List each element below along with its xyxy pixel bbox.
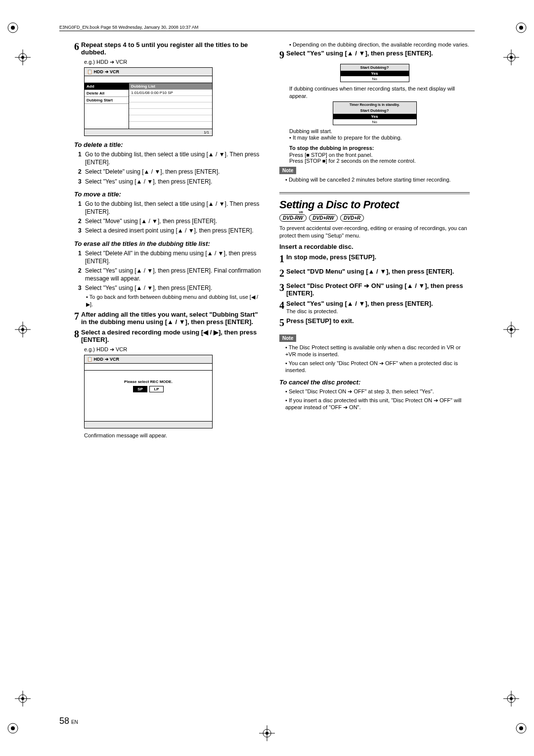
dialog-pretitle: Timer Recording is in standby. [333, 102, 416, 107]
erase-all-heading: To erase all the titles in the dubbing t… [74, 240, 265, 247]
crop-mark-icon [513, 720, 529, 736]
stop-instruction: Press [■ STOP] on the front panel. [289, 152, 470, 158]
menu-dubbing-start[interactable]: Dubbing Start [85, 97, 129, 104]
step-number: 9 [279, 49, 284, 61]
step-number: 4 [279, 300, 284, 314]
step-6: 6 Repeat steps 4 to 5 until you register… [74, 41, 265, 56]
protect-step-4: 4 Select "Yes" using [▲ / ▼], then press… [279, 300, 470, 314]
clipboard-icon: 📋 [87, 69, 92, 74]
crop-mark-icon [5, 720, 21, 736]
list-text: Select "Yes" using [▲ / ▼], then press [… [85, 178, 212, 186]
dubbing-list-row [129, 102, 212, 109]
list-text: Select "Delete" using [▲ / ▼], then pres… [85, 168, 220, 176]
list-text: Go to the dubbing list, then select a ti… [85, 150, 265, 166]
dialog-title: Start Dubbing? [333, 107, 416, 114]
dialog-no[interactable]: No [333, 119, 416, 125]
example-label: e.g.) HDD ➔ VCR [84, 346, 265, 353]
insert-disc-instruction: Insert a recordable disc. [279, 243, 470, 250]
reg-target-icon [15, 49, 31, 65]
list-text: Select "Move" using [▲ / ▼], then press … [85, 217, 217, 225]
svg-point-31 [510, 697, 513, 700]
step-number: 7 [74, 311, 79, 326]
menu-delete-all[interactable]: Delete All [85, 90, 129, 97]
move-title-heading: To move a title: [74, 190, 265, 198]
protect-step-3: 3 Select "Disc Protect OFF ➔ ON" using [… [279, 282, 470, 297]
step-number: 8 [74, 329, 79, 343]
panel-footer: 1/1 [85, 129, 212, 136]
svg-point-19 [21, 328, 24, 331]
protect-step-5: 5 Press [SETUP] to exit. [279, 317, 470, 329]
protect-step-2: 2 Select "DVD Menu" using [▲ / ▼], then … [279, 268, 470, 279]
step-7: 7 After adding all the titles you want, … [74, 311, 265, 326]
svg-point-11 [21, 56, 24, 59]
svg-point-7 [519, 726, 523, 730]
dialog-title: Start Dubbing? [341, 64, 409, 71]
list-num: 3 [78, 178, 85, 186]
right-column: Depending on the dubbing direction, the … [279, 41, 470, 440]
step-text: Press [SETUP] to exit. [286, 317, 354, 325]
prepare-note: It may take awhile to prepare for the du… [289, 134, 470, 141]
clipboard-icon: 📋 [87, 357, 92, 362]
rec-mode-panel: 📋 HDD ➔ VCR Please select REC MODE. SP L… [84, 355, 213, 428]
step-9: 9 Select "Yes" using [▲ / ▼], then press… [279, 49, 470, 61]
svg-point-3 [519, 26, 523, 30]
format-badges: DVD-RW DVD+RW DVD+R [279, 214, 470, 222]
svg-point-35 [266, 732, 268, 735]
reg-target-icon [503, 49, 519, 65]
step-text: In stop mode, press [SETUP]. [286, 253, 376, 261]
step-number: 1 [279, 253, 284, 265]
list-num: 3 [78, 227, 85, 235]
step-number: 5 [279, 317, 284, 329]
reg-target-icon [503, 322, 519, 337]
crop-mark-icon [513, 20, 529, 36]
dialog-yes[interactable]: Yes [341, 71, 409, 76]
dialog-no[interactable]: No [341, 76, 409, 82]
list-num: 2 [78, 267, 85, 283]
delete-title-heading: To delete a title: [74, 141, 265, 148]
step-text: Repeat steps 4 to 5 until you register a… [81, 41, 248, 56]
mode-sp-button[interactable]: SP [133, 386, 147, 392]
tip-text: To go back and forth between dubbing men… [86, 293, 265, 308]
list-num: 3 [78, 284, 85, 292]
dubbing-list-row [129, 109, 212, 115]
timer-standby-dialog: Timer Recording is in standby. Start Dub… [333, 101, 417, 125]
list-text: Select "Yes" using [▲ / ▼], then press [… [85, 284, 212, 292]
list-text: Go to the dubbing list, then select a ti… [85, 200, 265, 216]
dialog-yes[interactable]: Yes [333, 114, 416, 119]
step-number: 3 [279, 282, 284, 297]
svg-point-27 [21, 697, 24, 700]
mode-lp-button[interactable]: LP [149, 386, 163, 392]
svg-point-23 [510, 328, 513, 331]
list-num: 2 [78, 217, 85, 225]
note-label: Note [279, 334, 296, 342]
reg-target-icon [259, 725, 275, 741]
section-intro: To prevent accidental over-recording, ed… [279, 225, 470, 239]
start-dubbing-dialog: Start Dubbing? Yes No [340, 64, 409, 82]
protect-step-1: 1 In stop mode, press [SETUP]. [279, 253, 470, 265]
list-text: Select a desired insert point using [▲ /… [85, 227, 254, 235]
dubbing-start-text: Dubbing will start. [289, 128, 470, 134]
section-divider [279, 192, 470, 194]
cancel-protect-heading: To cancel the disc protect: [279, 378, 470, 386]
dubbing-panel: 📋 HDD ➔ VCR Add Delete All Dubbing Start… [84, 67, 213, 136]
note-text: Dubbing will be cancelled 2 minutes befo… [285, 176, 470, 183]
confirmation-note: Confirmation message will appear. [84, 432, 265, 438]
step-aftertext: The disc is protected. [286, 308, 470, 314]
dubbing-list-row [129, 96, 212, 102]
section-title: Setting a Disc to Protect [279, 198, 470, 211]
stop-dubbing-heading: To stop the dubbing in progress: [289, 145, 470, 151]
page-number: 58 EN [59, 716, 78, 726]
note-text: You can select only "Disc Protect ON ➔ O… [285, 360, 470, 374]
step-text: Select "Yes" using [▲ / ▼], then press [… [286, 300, 433, 307]
badge-dvd-plus-rw: DVD+RW [309, 214, 337, 222]
step-text: Select a desired recording mode using [◀… [81, 329, 257, 343]
dubbing-list-header: Dubbing List [129, 83, 212, 90]
pre-step9-note: Depending on the dubbing direction, the … [289, 41, 470, 48]
crop-mark-icon [5, 20, 21, 36]
list-text: Select "Yes" using [▲ / ▼], then press [… [85, 267, 265, 283]
menu-add[interactable]: Add [85, 83, 129, 90]
stop-instruction: Press [STOP ■] for 2 seconds on the remo… [289, 158, 470, 164]
badge-dvd-rw: DVD-RW [279, 214, 307, 222]
note-label: Note [279, 167, 296, 174]
dubbing-list-row[interactable]: 1.01/01/08 0:00 P10 SP [129, 90, 212, 96]
